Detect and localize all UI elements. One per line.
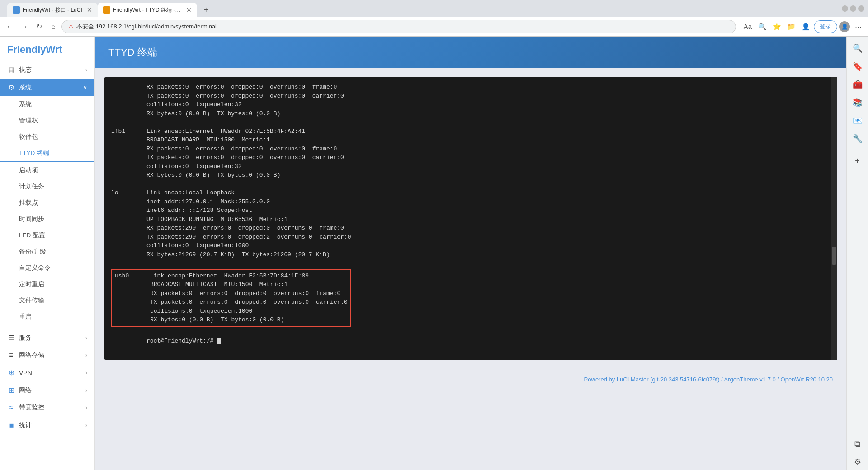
terminal-line-14: inet addr:127.0.0.1 Mask:255.0.0.0 — [111, 197, 830, 207]
profile-btn[interactable]: 👤 — [799, 20, 812, 33]
zoom-btn[interactable]: 🔍 — [756, 20, 769, 33]
address-bar[interactable]: ⚠ 不安全 192.168.2.1/cgi-bin/luci/admin/sys… — [61, 20, 736, 33]
more-button[interactable]: ⋯ — [852, 20, 864, 33]
right-panel-divider — [851, 150, 864, 150]
sidebar-item-services[interactable]: ☰ 服务 › — [0, 329, 94, 347]
terminal-scrollbar[interactable] — [831, 77, 837, 360]
sidebar-sub-mount[interactable]: 挂载点 — [0, 195, 94, 211]
tab-1-close[interactable]: ✕ — [87, 6, 92, 14]
services-icon: ☰ — [7, 334, 15, 342]
right-settings-icon[interactable]: ⚙ — [849, 454, 866, 470]
minimize-button[interactable] — [842, 5, 848, 12]
services-arrow: › — [85, 335, 87, 341]
sidebar-item-system[interactable]: ⚙ 系统 ∨ — [0, 79, 94, 96]
favorites-btn[interactable]: ⭐ — [770, 20, 783, 33]
maximize-button[interactable] — [850, 5, 856, 12]
services-label: 服务 — [19, 334, 82, 342]
terminal-line-16: UP LOOPBACK RUNNING MTU:65536 Metric:1 — [111, 215, 830, 224]
address-text: 不安全 192.168.2.1/cgi-bin/luci/admin/syste… — [76, 23, 217, 31]
stats-icon: ▣ — [7, 421, 15, 429]
right-panel: 🔍 🔖 🧰 📚 📧 🔧 + ⧉ ⚙ — [846, 37, 868, 470]
terminal-line-9: TX packets:0 errors:0 dropped:0 overruns… — [111, 153, 830, 162]
system-icon: ⚙ — [7, 83, 15, 92]
logo: FriendlyWrt — [0, 37, 94, 61]
usb0-line-2: BROADCAST MULTICAST MTU:1500 Metric:1 — [115, 280, 348, 289]
terminal-line-12 — [111, 180, 830, 189]
sidebar-sub-reboot-sched[interactable]: 定时重启 — [0, 276, 94, 292]
terminal-scrollbar-thumb[interactable] — [832, 247, 836, 265]
footer: Powered by LuCI Master (git-20.343.54716… — [95, 369, 846, 390]
new-tab-button[interactable]: + — [199, 3, 213, 17]
sidebar-sub-ntp[interactable]: 时间同步 — [0, 211, 94, 227]
stats-arrow: › — [85, 422, 87, 428]
browser-toolbar: ← → ↻ ⌂ ⚠ 不安全 192.168.2.1/cgi-bin/luci/a… — [0, 17, 868, 36]
sidebar-sub-filetransfer[interactable]: 文件传输 — [0, 292, 94, 309]
sidebar-sub-ttyd[interactable]: TTYD 终端 — [0, 145, 94, 162]
collections-btn[interactable]: 📁 — [785, 20, 797, 33]
tab-1[interactable]: FriendlyWrt - 接口 - LuCI ✕ — [7, 3, 98, 17]
system-arrow: ∨ — [83, 85, 87, 91]
sidebar-sub-reboot[interactable]: 重启 — [0, 309, 94, 325]
right-tools-icon[interactable]: 🔧 — [849, 131, 866, 147]
vpn-label: VPN — [19, 369, 82, 376]
system-label: 系统 — [19, 84, 80, 92]
status-icon: ▦ — [7, 66, 15, 74]
terminal-line-6: ifb1 Link encap:Ethernet HWaddr 02:7E:5B… — [111, 127, 830, 136]
tab-2-favicon — [103, 6, 110, 14]
refresh-button[interactable]: ↻ — [33, 20, 45, 33]
right-bookmark-icon[interactable]: 🔖 — [849, 58, 866, 75]
bandwidth-icon: ≈ — [7, 404, 15, 412]
reader-view-btn[interactable]: Aa — [741, 20, 754, 33]
sidebar-item-status[interactable]: ▦ 状态 › — [0, 61, 94, 79]
tab-1-favicon — [13, 6, 20, 14]
back-button[interactable]: ← — [4, 20, 16, 33]
terminal-line-18: TX packets:299 errors:0 dropped:2 overru… — [111, 233, 830, 242]
security-icon: ⚠ — [68, 23, 74, 30]
tab-2-title: FriendlyWrt - TTYD 终端 - LuCI — [113, 6, 182, 14]
terminal-body[interactable]: RX packets:0 errors:0 dropped:0 overruns… — [104, 77, 837, 360]
sidebar-item-stats[interactable]: ▣ 统计 › — [0, 416, 94, 434]
sidebar-sub-system[interactable]: 系统 — [0, 96, 94, 113]
terminal-line-4: RX bytes:0 (0.0 B) TX bytes:0 (0.0 B) — [111, 109, 830, 118]
sidebar-item-vpn[interactable]: ⊕ VPN › — [0, 364, 94, 381]
terminal-line-13: lo Link encap:Local Loopback — [111, 188, 830, 197]
nav-divider-1 — [7, 327, 87, 327]
right-plus-icon[interactable]: + — [849, 153, 866, 169]
right-search-icon[interactable]: 🔍 — [849, 40, 866, 56]
tab-2-close[interactable]: ✕ — [186, 6, 192, 14]
address-url: 192.168.2.1/cgi-bin/luci/admin/system/te… — [96, 23, 217, 30]
terminal-line-8: RX packets:0 errors:0 dropped:0 overruns… — [111, 145, 830, 154]
sidebar-sub-custom-cmd[interactable]: 自定义命令 — [0, 260, 94, 276]
sidebar-sub-led[interactable]: LED 配置 — [0, 227, 94, 244]
usb0-line-3: RX packets:0 errors:0 dropped:0 overruns… — [115, 289, 348, 298]
right-outlook-icon[interactable]: 📧 — [849, 113, 866, 129]
login-button[interactable]: 登录 — [814, 20, 837, 33]
right-history-icon[interactable]: 🧰 — [849, 76, 866, 93]
tab-2[interactable]: FriendlyWrt - TTYD 终端 - LuCI ✕ — [98, 3, 197, 17]
home-button[interactable]: ⌂ — [47, 20, 60, 33]
sidebar-sub-backup[interactable]: 备份/升级 — [0, 244, 94, 260]
forward-button[interactable]: → — [18, 20, 31, 33]
terminal-line-1: RX packets:0 errors:0 dropped:0 overruns… — [111, 83, 830, 92]
terminal-container[interactable]: RX packets:0 errors:0 dropped:0 overruns… — [104, 77, 837, 360]
sidebar-sub-admin[interactable]: 管理权 — [0, 113, 94, 129]
terminal-prompt-line[interactable]: root@FriendlyWrt:/# — [111, 328, 830, 355]
stats-label: 统计 — [19, 421, 82, 429]
usb0-line-4: TX packets:0 errors:0 dropped:0 overruns… — [115, 298, 348, 307]
right-collections-icon[interactable]: 📚 — [849, 94, 866, 111]
terminal-line-20: RX bytes:21269 (20.7 KiB) TX bytes:21269… — [111, 250, 830, 259]
sidebar-item-bandwidth[interactable]: ≈ 带宽监控 › — [0, 399, 94, 416]
terminal-line-2: TX packets:0 errors:0 dropped:0 overruns… — [111, 92, 830, 101]
vpn-arrow: › — [85, 370, 87, 376]
usb0-line-1: usb0 Link encap:Ethernet HWaddr E2:5B:7D… — [115, 272, 348, 281]
sidebar-item-nas[interactable]: ≡ 网络存储 › — [0, 347, 94, 364]
terminal-line-15: inet6 addr: ::1/128 Scope:Host — [111, 206, 830, 215]
right-pip-icon[interactable]: ⧉ — [849, 436, 866, 452]
sidebar-sub-startup[interactable]: 启动项 — [0, 162, 94, 179]
sidebar-item-network[interactable]: ⊞ 网络 › — [0, 381, 94, 399]
close-button[interactable] — [858, 5, 864, 12]
sidebar-sub-software[interactable]: 软件包 — [0, 129, 94, 145]
vpn-icon: ⊕ — [7, 368, 15, 377]
page-header: TTYD 终端 — [95, 37, 846, 68]
sidebar-sub-cron[interactable]: 计划任务 — [0, 179, 94, 195]
